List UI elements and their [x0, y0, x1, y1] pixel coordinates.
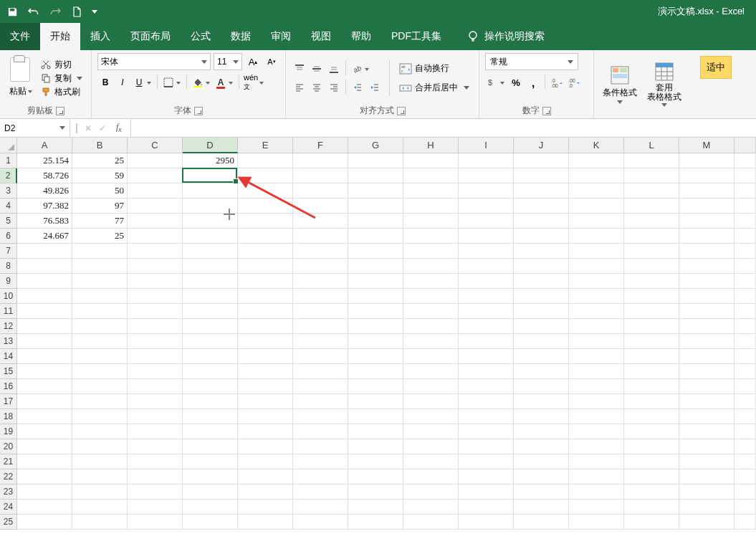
cell[interactable] — [128, 469, 183, 484]
cell[interactable] — [128, 289, 183, 304]
cell[interactable] — [679, 364, 735, 379]
cell[interactable] — [17, 289, 72, 304]
cell[interactable] — [403, 515, 459, 530]
cell[interactable] — [403, 153, 459, 168]
cell[interactable] — [624, 334, 679, 349]
cell[interactable] — [569, 424, 624, 439]
column-header[interactable]: G — [348, 138, 403, 153]
cell[interactable] — [459, 394, 514, 409]
cell[interactable] — [624, 484, 679, 500]
cell[interactable] — [293, 244, 348, 259]
cell[interactable] — [348, 349, 403, 364]
cell[interactable] — [735, 454, 756, 469]
cell[interactable] — [735, 304, 756, 319]
cell[interactable] — [624, 319, 679, 334]
cell[interactable] — [624, 394, 679, 409]
cell[interactable] — [679, 349, 735, 364]
cell[interactable] — [183, 183, 238, 199]
cell[interactable]: 25.154 — [17, 153, 72, 168]
cell[interactable] — [238, 289, 293, 304]
cell[interactable] — [679, 168, 735, 183]
cell[interactable] — [17, 439, 72, 454]
row-header[interactable]: 6 — [0, 229, 17, 244]
touch-mode-button[interactable] — [69, 4, 85, 19]
cell[interactable] — [569, 349, 624, 364]
row-header[interactable]: 25 — [0, 515, 17, 530]
tab-data[interactable]: 数据 — [221, 23, 261, 50]
cell[interactable] — [183, 274, 238, 289]
cell[interactable] — [569, 319, 624, 334]
phonetic-button[interactable]: wén文 — [243, 75, 266, 90]
cell[interactable] — [679, 289, 735, 304]
align-left-button[interactable] — [292, 80, 307, 95]
tab-view[interactable]: 视图 — [301, 23, 341, 50]
row-header[interactable]: 15 — [0, 364, 17, 379]
cell[interactable] — [459, 168, 514, 183]
increase-indent-button[interactable] — [367, 80, 383, 95]
cell[interactable] — [293, 214, 348, 229]
cell[interactable] — [293, 304, 348, 319]
cell[interactable] — [238, 379, 293, 394]
insert-function-button[interactable]: fx — [113, 122, 125, 133]
cell[interactable] — [514, 409, 569, 424]
cell[interactable]: 25 — [72, 229, 128, 244]
border-button[interactable] — [161, 75, 183, 90]
cell[interactable] — [183, 259, 238, 274]
cell[interactable] — [624, 349, 679, 364]
cell[interactable] — [624, 304, 679, 319]
cell[interactable] — [183, 349, 238, 364]
cell[interactable] — [128, 183, 183, 199]
cell[interactable] — [128, 274, 183, 289]
cell[interactable] — [72, 259, 128, 274]
cell[interactable] — [679, 394, 735, 409]
cell[interactable] — [735, 379, 756, 394]
cell[interactable] — [569, 454, 624, 469]
cell[interactable] — [293, 454, 348, 469]
cell[interactable] — [128, 199, 183, 214]
cell[interactable] — [293, 229, 348, 244]
cell[interactable] — [735, 168, 756, 183]
cell[interactable] — [459, 409, 514, 424]
cell[interactable] — [293, 439, 348, 454]
cell[interactable] — [624, 439, 679, 454]
cell[interactable] — [624, 259, 679, 274]
cell[interactable] — [735, 183, 756, 199]
cell[interactable] — [17, 515, 72, 530]
cell[interactable] — [403, 349, 459, 364]
cell[interactable] — [403, 424, 459, 439]
cell[interactable] — [459, 439, 514, 454]
cell[interactable] — [128, 259, 183, 274]
cell[interactable] — [348, 439, 403, 454]
cell[interactable] — [72, 439, 128, 454]
cell[interactable] — [17, 500, 72, 515]
cell[interactable]: 97.382 — [17, 199, 72, 214]
tab-home[interactable]: 开始 — [40, 23, 80, 50]
cell[interactable] — [348, 244, 403, 259]
row-header[interactable]: 21 — [0, 454, 17, 469]
cell[interactable] — [569, 244, 624, 259]
cell[interactable] — [17, 259, 72, 274]
tab-pdf-tools[interactable]: PDF工具集 — [381, 23, 451, 50]
cell[interactable] — [403, 214, 459, 229]
cell[interactable] — [238, 214, 293, 229]
cell[interactable] — [459, 199, 514, 214]
cell[interactable] — [735, 334, 756, 349]
cell[interactable] — [514, 515, 569, 530]
cell[interactable] — [514, 484, 569, 500]
cell[interactable] — [17, 349, 72, 364]
cell[interactable] — [348, 454, 403, 469]
cell[interactable] — [238, 319, 293, 334]
cell[interactable] — [238, 199, 293, 214]
cell[interactable] — [514, 214, 569, 229]
cell[interactable] — [569, 168, 624, 183]
cell[interactable] — [72, 379, 128, 394]
cell[interactable] — [403, 289, 459, 304]
cell[interactable] — [624, 515, 679, 530]
cell[interactable] — [679, 183, 735, 199]
save-button[interactable] — [4, 4, 20, 19]
cell[interactable] — [128, 409, 183, 424]
cell[interactable] — [72, 289, 128, 304]
cell[interactable] — [72, 349, 128, 364]
fill-color-button[interactable] — [191, 75, 212, 90]
cell[interactable] — [403, 379, 459, 394]
